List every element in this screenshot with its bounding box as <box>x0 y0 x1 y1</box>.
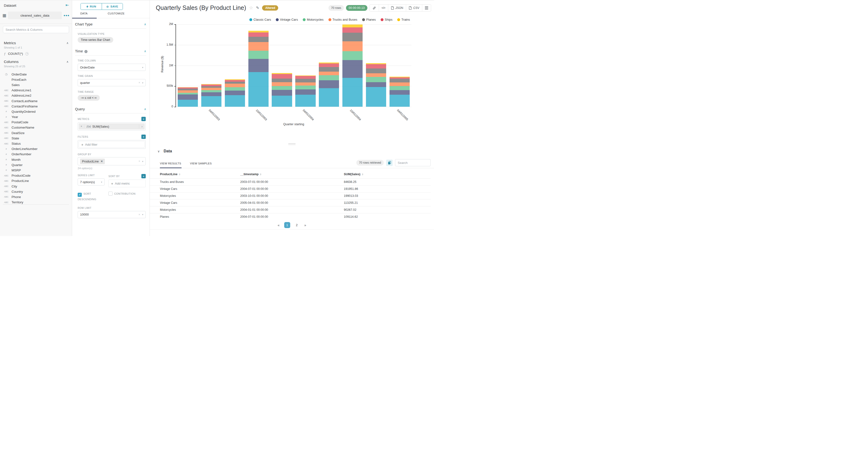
run-button[interactable]: RUN <box>81 3 102 10</box>
column-list-item[interactable]: ABCState <box>0 135 72 141</box>
column-list-item[interactable]: #OrderNumber <box>0 152 72 157</box>
tab-view-samples[interactable]: VIEW SAMPLES <box>190 162 212 165</box>
row-limit-select[interactable]: 10000 × ▾ <box>78 211 146 218</box>
add-sort-metric-dropzone[interactable]: + Add metric <box>108 180 146 187</box>
time-collapse-icon[interactable]: ∧ <box>144 50 146 53</box>
search-metrics-columns-input[interactable] <box>3 26 69 33</box>
table-grid-icon: ▦ <box>2 13 6 18</box>
x-axis-tick-label: 10/01/2004 <box>349 108 362 121</box>
column-list-item[interactable]: #MSRP <box>0 167 72 173</box>
bar-segment <box>225 79 245 80</box>
help-icon[interactable]: ? <box>25 52 29 56</box>
column-list-item[interactable]: #Month <box>0 157 72 162</box>
superset-explore-page: Dataset ⇤ ▦ cleaned_sales_data ●●● Metri… <box>0 0 434 236</box>
column-list-item[interactable]: ABCContactFirstName <box>0 103 72 109</box>
table-cell: Trucks and Buses <box>150 180 240 184</box>
column-list-item[interactable]: ABCPostalCode <box>0 120 72 125</box>
metric-list-item[interactable]: ƒ COUNT(*) ? <box>4 52 29 56</box>
column-list-item[interactable]: ABCContactLastName <box>0 98 72 103</box>
chart-type-collapse-icon[interactable]: ∧ <box>144 23 146 26</box>
tab-data[interactable]: DATA <box>80 12 88 15</box>
expand-metric-icon[interactable]: › <box>139 125 145 128</box>
number-icon: # <box>3 116 10 118</box>
number-icon: # <box>3 169 10 171</box>
axis-tick <box>174 107 176 107</box>
column-list-item[interactable]: ABCProductLine <box>0 178 72 184</box>
column-label: ProductCode <box>11 174 31 177</box>
group-by-chip[interactable]: ProductLine✕ <box>80 159 105 164</box>
column-list-item[interactable]: ABCCountry <box>0 189 72 194</box>
metric-chip[interactable]: × ƒ(x) SUM(Sales) › <box>79 123 145 129</box>
column-list-item[interactable]: ABCCustomerName <box>0 125 72 130</box>
panel-resize-handle[interactable] <box>288 143 296 146</box>
column-label: Year <box>11 115 18 119</box>
remove-chip-icon[interactable]: ✕ <box>100 160 103 163</box>
add-filter-dropzone[interactable]: + Add filter <box>79 141 145 148</box>
column-list-item[interactable]: ABCAddressLine1 <box>0 88 72 93</box>
abc-icon: ABC <box>3 185 10 187</box>
table-column-header[interactable]: SUM(Sales) <box>344 172 431 176</box>
sort-descending-checkbox[interactable]: ✓ <box>78 193 82 197</box>
time-grain-select[interactable]: quarter × ▾ <box>78 79 146 86</box>
time-column-select[interactable]: OrderDate ▾ <box>78 64 146 71</box>
column-list-item[interactable]: #Quarter <box>0 162 72 167</box>
plus-icon: + <box>111 182 113 186</box>
group-by-select[interactable]: ProductLine✕ × ▾ <box>78 157 146 165</box>
column-label: Territory <box>11 200 23 204</box>
add-sort-metric-button[interactable]: + <box>142 174 146 178</box>
pagination-prev[interactable]: « <box>277 223 281 227</box>
dataset-name[interactable]: cleaned_sales_data <box>8 11 62 19</box>
dataset-sidebar: Dataset ⇤ ▦ cleaned_sales_data ●●● Metri… <box>0 0 72 236</box>
column-list-item[interactable]: Sales <box>0 82 72 88</box>
column-list-item[interactable]: ABCStatus <box>0 141 72 146</box>
chevron-down-icon: ▾ <box>142 160 143 163</box>
number-icon: # <box>3 164 10 166</box>
metrics-label: METRICS <box>78 118 89 120</box>
contribution-checkbox[interactable] <box>108 192 113 196</box>
x-axis-title: Quarter starting <box>176 123 411 126</box>
column-label: CustomerName <box>11 126 34 129</box>
metrics-collapse-icon[interactable]: ∧ <box>66 41 68 45</box>
table-column-header[interactable]: ProductLine <box>150 172 240 176</box>
column-list-item[interactable]: ABCProductCode <box>0 173 72 178</box>
remove-metric-icon[interactable]: × <box>79 125 84 128</box>
table-row: Vintage Cars2004-07-01 00:00:00191951.86 <box>150 185 431 192</box>
copy-button[interactable] <box>386 160 393 166</box>
viz-type-pill[interactable]: Time-series Bar Chart <box>78 37 113 43</box>
clear-icon[interactable]: × <box>138 160 140 163</box>
data-section-header[interactable]: ∨ Data <box>157 149 172 153</box>
table-column-header[interactable]: __timestamp <box>240 172 344 176</box>
column-list-item[interactable]: ◷OrderDate <box>0 72 72 77</box>
add-metric-button[interactable]: + <box>142 117 146 121</box>
column-list-item[interactable]: PriceEach <box>0 77 72 82</box>
column-list-item[interactable]: ABCCity <box>0 184 72 189</box>
info-icon[interactable]: i <box>84 50 88 53</box>
results-search-input[interactable] <box>395 159 431 166</box>
column-list-item[interactable]: ABCPhone <box>0 194 72 199</box>
clear-icon[interactable]: × <box>138 81 140 84</box>
columns-collapse-icon[interactable]: ∧ <box>66 60 68 63</box>
tab-view-results[interactable]: VIEW RESULTS <box>160 162 181 165</box>
clear-icon[interactable]: × <box>138 213 140 216</box>
table-cell: 199013.03 <box>344 194 431 197</box>
column-list-item[interactable]: #QuantityOrdered <box>0 109 72 114</box>
column-list-item[interactable]: #OrderLineNumber <box>0 146 72 152</box>
dataset-more-icon[interactable]: ●●● <box>63 14 69 17</box>
chart-panel: Quarterly Sales (By Product Line) ☆ ✎ Al… <box>150 0 434 236</box>
time-range-pill[interactable]: -∞ ≤ col < ∞ <box>78 95 100 101</box>
table-cell: Motorcycles <box>150 208 240 212</box>
save-button[interactable]: ⊕ SAVE <box>102 3 123 10</box>
collapse-sidebar-icon[interactable]: ⇤ <box>66 3 69 8</box>
run-save-button-group: RUN ⊕ SAVE <box>81 3 123 10</box>
column-list-item[interactable]: #Year <box>0 115 72 120</box>
pagination-next[interactable]: » <box>304 223 307 227</box>
tab-customize[interactable]: CUSTOMIZE <box>108 12 125 15</box>
bar-segment <box>295 76 315 79</box>
query-collapse-icon[interactable]: ∧ <box>144 107 146 111</box>
pagination-page-1[interactable]: 1 <box>284 222 290 228</box>
column-list-item[interactable]: ABCAddressLine2 <box>0 93 72 98</box>
series-limit-select[interactable]: 7 option(s) ▾ <box>78 178 104 186</box>
column-list-item[interactable]: ABCDealSize <box>0 130 72 135</box>
pagination-page-2[interactable]: 2 <box>294 222 300 228</box>
add-filter-button[interactable]: + <box>142 134 146 139</box>
